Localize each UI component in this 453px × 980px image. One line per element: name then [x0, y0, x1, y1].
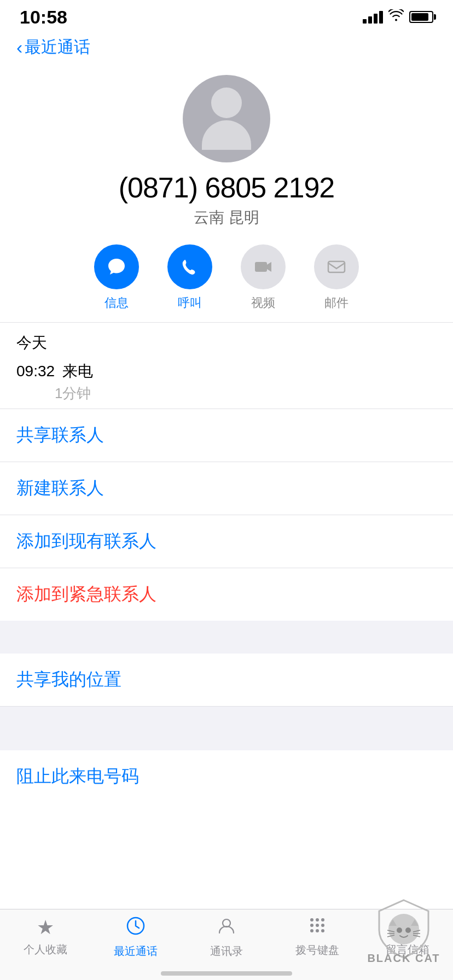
keypad-label: 拨号键盘 [295, 943, 339, 958]
home-indicator [161, 971, 292, 976]
today-section: 今天 09:32 来电 1分钟 [0, 323, 453, 409]
call-type: 来电 [62, 361, 93, 382]
avatar [183, 75, 270, 162]
back-button[interactable]: ‹ 最近通话 [16, 36, 90, 59]
voicemail-label: 留言信箱 [386, 942, 429, 957]
status-bar: 10:58 [0, 0, 453, 31]
message-icon-bg [94, 244, 139, 289]
back-chevron-icon: ‹ [16, 38, 22, 56]
recents-icon [126, 916, 146, 941]
favorites-icon: ★ [37, 916, 54, 939]
svg-rect-0 [255, 262, 267, 272]
recents-label: 最近通话 [114, 944, 158, 959]
action-buttons: 信息 呼叫 视频 邮件 [0, 228, 453, 322]
status-icons [363, 9, 433, 25]
svg-point-11 [316, 929, 319, 932]
gray-spacer-2 [0, 707, 453, 750]
call-icon-bg [167, 244, 212, 289]
add-existing-label: 添加到现有联系人 [16, 531, 156, 551]
tab-recents[interactable]: 最近通话 [91, 916, 182, 959]
svg-point-6 [321, 918, 324, 921]
phone-location: 云南 昆明 [0, 207, 453, 228]
new-contact-label: 新建联系人 [16, 478, 104, 498]
voicemail-icon [397, 916, 418, 939]
phone-number: (0871) 6805 2192 [0, 171, 453, 204]
video-button: 视频 [241, 244, 286, 311]
avatar-section [0, 64, 453, 171]
mail-button: 邮件 [314, 244, 359, 311]
back-label: 最近通话 [25, 36, 90, 59]
svg-point-9 [321, 924, 324, 927]
svg-rect-1 [328, 261, 345, 272]
wifi-icon [388, 9, 404, 25]
add-existing-item[interactable]: 添加到现有联系人 [0, 515, 453, 568]
svg-point-13 [398, 922, 406, 931]
add-emergency-item[interactable]: 添加到紧急联系人 [0, 568, 453, 621]
today-label: 今天 [16, 332, 437, 353]
call-button[interactable]: 呼叫 [167, 244, 212, 311]
gray-spacer-1 [0, 621, 453, 654]
svg-point-14 [409, 922, 417, 931]
call-time: 09:32 [16, 363, 55, 380]
video-icon-bg [241, 244, 286, 289]
message-label: 信息 [104, 295, 129, 311]
share-contact-item[interactable]: 共享联系人 [0, 409, 453, 462]
share-contact-label: 共享联系人 [16, 425, 104, 445]
avatar-person-icon [202, 88, 251, 150]
call-duration: 1分钟 [55, 384, 437, 403]
signal-icon [363, 11, 383, 24]
share-location-section[interactable]: 共享我的位置 [0, 654, 453, 707]
mail-label: 邮件 [324, 295, 349, 311]
battery-icon [409, 11, 433, 23]
tab-bar: ★ 个人收藏 最近通话 通讯录 [0, 909, 453, 980]
video-label: 视频 [251, 295, 275, 311]
share-location-label: 共享我的位置 [16, 669, 121, 689]
svg-point-8 [316, 924, 319, 927]
contacts-icon [217, 916, 236, 941]
tab-keypad[interactable]: 拨号键盘 [272, 916, 363, 958]
call-entry: 09:32 来电 1分钟 [16, 361, 437, 403]
status-time: 10:58 [20, 7, 67, 28]
message-button[interactable]: 信息 [94, 244, 139, 311]
svg-point-12 [321, 929, 324, 932]
svg-point-7 [310, 924, 313, 927]
contacts-label: 通讯录 [210, 944, 243, 959]
block-label: 阻止此来电号码 [16, 766, 139, 786]
svg-point-4 [310, 918, 313, 921]
add-emergency-label: 添加到紧急联系人 [16, 584, 156, 604]
favorites-label: 个人收藏 [24, 942, 67, 957]
keypad-icon [308, 916, 327, 940]
block-section[interactable]: 阻止此来电号码 [0, 750, 453, 803]
new-contact-item[interactable]: 新建联系人 [0, 462, 453, 515]
tab-favorites[interactable]: ★ 个人收藏 [0, 916, 91, 957]
nav-bar: ‹ 最近通话 [0, 31, 453, 64]
tab-voicemail[interactable]: 留言信箱 [362, 916, 453, 957]
tab-contacts[interactable]: 通讯录 [181, 916, 272, 959]
svg-point-5 [316, 918, 319, 921]
call-label: 呼叫 [178, 295, 202, 311]
svg-point-10 [310, 929, 313, 932]
mail-icon-bg [314, 244, 359, 289]
